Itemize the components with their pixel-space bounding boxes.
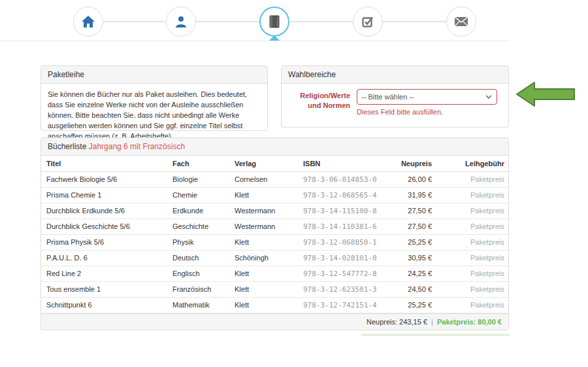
- cell-neupreis: 25,25 €: [393, 234, 437, 250]
- table-row: Prisma Physik 5/6 Physik Klett 978-3-12-…: [41, 234, 510, 250]
- cell-neupreis: 27,50 €: [393, 203, 437, 218]
- cell-isbn: 978-3-12-547772-8: [298, 266, 393, 281]
- cell-neupreis: 30,95 €: [393, 250, 437, 266]
- header-divider: [0, 41, 510, 41]
- cell-verlag: Westermann: [229, 218, 298, 234]
- book-table-body: Fachwerk Biologie 5/6 Biologie Cornelsen…: [41, 171, 510, 313]
- annotation-arrow-left-icon: [515, 80, 576, 109]
- cell-isbn: 978-3-14-110381-6: [298, 218, 393, 234]
- panel-paketleihe: Paketleihe Sie können die Bücher nur als…: [41, 65, 268, 131]
- cell-fach: Deutsch: [167, 250, 229, 266]
- cell-isbn: 978-3-12-068565-4: [298, 187, 393, 203]
- cell-fach: Mathematik: [167, 297, 229, 313]
- step-book[interactable]: [259, 7, 289, 37]
- cell-isbn: 978-3-14-115100-8: [298, 203, 393, 218]
- cell-titel: P.A.U.L. D. 6: [41, 250, 167, 266]
- cell-neupreis: 24,25 €: [393, 266, 437, 281]
- cell-titel: Red Line 2: [41, 266, 167, 281]
- table-row: Red Line 2 Englisch Klett 978-3-12-54777…: [41, 266, 510, 281]
- book-table: Titel Fach Verlag ISBN Neupreis Leihgebü…: [41, 156, 510, 313]
- total-neupreis-value: 243,15 €: [399, 318, 427, 326]
- cell-leihgebuehr: Paketpreis: [437, 203, 510, 218]
- column-header-fach: Fach: [167, 156, 229, 171]
- table-row: Prisma Chemie 1 Chemie Klett 978-3-12-06…: [41, 187, 510, 203]
- cell-verlag: Cornelsen: [229, 171, 298, 187]
- cell-isbn: 978-3-06-014853-0: [298, 171, 393, 187]
- section-divider-green: [361, 334, 510, 336]
- table-row: Fachwerk Biologie 5/6 Biologie Cornelsen…: [41, 171, 510, 187]
- religion-select[interactable]: -- Bitte wählen --: [357, 89, 497, 105]
- religion-field-label: Religion/Werte und Normen: [288, 89, 357, 116]
- cell-leihgebuehr: Paketpreis: [437, 266, 510, 281]
- cell-fach: Englisch: [167, 266, 229, 281]
- panel-wahlbereiche: Wahlbereiche Religion/Werte und Normen -…: [281, 65, 509, 128]
- table-row: Schnittpunkt 6 Mathematik Klett 978-3-12…: [41, 297, 510, 313]
- total-neupreis-label: Neupreis:: [367, 318, 397, 326]
- step-mail[interactable]: [446, 7, 476, 37]
- step-person[interactable]: [166, 7, 196, 37]
- cell-titel: Durchblick Erdkunde 5/6: [41, 203, 167, 218]
- religion-field: -- Bitte wählen -- Dieses Feld bitte aus…: [357, 89, 502, 116]
- buecherliste-title: Bücherliste Jahrgang 6 mit Französisch: [41, 138, 508, 156]
- religion-validation-message: Dieses Feld bitte ausfüllen.: [357, 108, 502, 116]
- wahlbereiche-title: Wahlbereiche: [282, 66, 508, 84]
- buecherliste-title-prefix: Bücherliste: [48, 142, 86, 151]
- cell-verlag: Schöningh: [229, 250, 298, 266]
- wizard-stepper: [0, 0, 588, 46]
- cell-isbn: 978-3-14-028101-0: [298, 250, 393, 266]
- cell-verlag: Klett: [229, 187, 298, 203]
- column-header-neupreis: Neupreis: [393, 156, 437, 171]
- cell-leihgebuehr: Paketpreis: [437, 297, 510, 313]
- cell-fach: Biologie: [167, 171, 229, 187]
- person-icon: [174, 15, 188, 28]
- cell-isbn: 978-3-12-068850-1: [298, 234, 393, 250]
- table-row: Durchblick Geschichte 5/6 Geschichte Wes…: [41, 218, 510, 234]
- cell-isbn: 978-3-12-623501-3: [298, 281, 393, 297]
- cell-leihgebuehr: Paketpreis: [437, 171, 510, 187]
- cell-leihgebuehr: Paketpreis: [437, 234, 510, 250]
- cell-titel: Schnittpunkt 6: [41, 297, 167, 313]
- cell-titel: Prisma Chemie 1: [41, 187, 167, 203]
- cell-neupreis: 24,50 €: [393, 281, 437, 297]
- cell-titel: Tous ensemble 1: [41, 281, 167, 297]
- buecherliste-title-highlight: Jahrgang 6 mit Französisch: [89, 142, 185, 151]
- cell-leihgebuehr: Paketpreis: [437, 250, 510, 266]
- paketleihe-title: Paketleihe: [41, 66, 267, 84]
- column-header-isbn: ISBN: [298, 156, 393, 171]
- table-row: P.A.U.L. D. 6 Deutsch Schöningh 978-3-14…: [41, 250, 510, 266]
- table-row: Tous ensemble 1 Französisch Klett 978-3-…: [41, 281, 510, 297]
- envelope-icon: [454, 16, 468, 27]
- active-step-pointer: [269, 35, 280, 41]
- cell-leihgebuehr: Paketpreis: [437, 281, 510, 297]
- totals-footer: Neupreis: 243,15 € | Paketpreis: 80,00 €: [41, 313, 508, 330]
- column-header-leihgebuehr: Leihgebühr: [437, 156, 510, 171]
- cell-fach: Französisch: [167, 281, 229, 297]
- cell-verlag: Klett: [229, 297, 298, 313]
- cell-neupreis: 26,00 €: [393, 171, 437, 187]
- cell-titel: Fachwerk Biologie 5/6: [41, 171, 167, 187]
- step-home[interactable]: [73, 7, 103, 37]
- cell-neupreis: 31,95 €: [393, 187, 437, 203]
- cell-neupreis: 27,50 €: [393, 218, 437, 234]
- step-confirm[interactable]: [353, 7, 383, 37]
- page: Paketleihe Sie können die Bücher nur als…: [0, 0, 588, 367]
- cell-leihgebuehr: Paketpreis: [437, 187, 510, 203]
- book-icon: [268, 14, 281, 29]
- table-row: Durchblick Erdkunde 5/6 Erdkunde Westerm…: [41, 203, 510, 218]
- cell-fach: Physik: [167, 234, 229, 250]
- cell-neupreis: 25,25 €: [393, 297, 437, 313]
- cell-fach: Erdkunde: [167, 203, 229, 218]
- cell-fach: Chemie: [167, 187, 229, 203]
- cell-verlag: Klett: [229, 281, 298, 297]
- column-header-verlag: Verlag: [229, 156, 298, 171]
- cell-verlag: Klett: [229, 234, 298, 250]
- totals-separator: |: [431, 318, 433, 326]
- check-square-icon: [361, 15, 374, 28]
- cell-leihgebuehr: Paketpreis: [437, 218, 510, 234]
- column-header-titel: Titel: [41, 156, 167, 171]
- panel-buecherliste: Bücherliste Jahrgang 6 mit Französisch T…: [41, 137, 509, 330]
- table-header-row: Titel Fach Verlag ISBN Neupreis Leihgebü…: [41, 156, 510, 171]
- cell-verlag: Westermann: [229, 203, 298, 218]
- home-icon: [81, 15, 95, 28]
- total-paketpreis: Paketpreis: 80,00 €: [437, 318, 502, 326]
